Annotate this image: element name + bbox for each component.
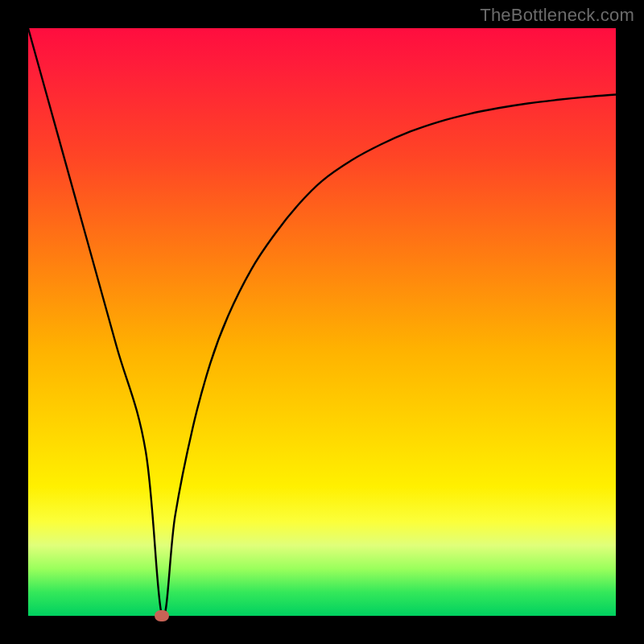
optimum-marker — [155, 610, 169, 621]
bottleneck-curve — [28, 28, 616, 616]
chart-frame: TheBottleneck.com — [0, 0, 644, 644]
plot-area — [28, 28, 616, 616]
watermark-text: TheBottleneck.com — [480, 5, 634, 26]
